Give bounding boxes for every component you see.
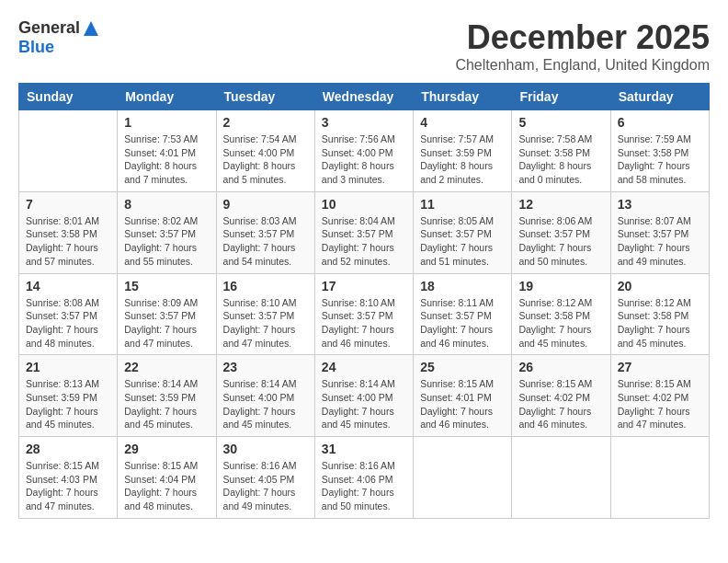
table-row: 2Sunrise: 7:54 AM Sunset: 4:00 PM Daylig…: [216, 110, 314, 192]
day-number: 30: [223, 442, 308, 456]
day-info: Sunrise: 7:59 AM Sunset: 3:58 PM Dayligh…: [618, 132, 702, 187]
calendar-header-row: Sunday Monday Tuesday Wednesday Thursday…: [19, 84, 710, 110]
table-row: [512, 437, 610, 519]
table-row: 18Sunrise: 8:11 AM Sunset: 3:57 PM Dayli…: [414, 273, 512, 355]
day-info: Sunrise: 8:14 AM Sunset: 4:00 PM Dayligh…: [223, 377, 308, 431]
table-row: [19, 110, 118, 192]
table-row: 12Sunrise: 8:06 AM Sunset: 3:57 PM Dayli…: [512, 191, 610, 273]
day-number: 23: [223, 360, 308, 374]
day-info: Sunrise: 7:53 AM Sunset: 4:01 PM Dayligh…: [124, 132, 209, 187]
page-header: General Blue December 2025 Cheltenham, E…: [18, 18, 710, 74]
day-number: 8: [124, 197, 209, 212]
day-number: 20: [618, 279, 702, 293]
col-sunday: Sunday: [19, 84, 118, 110]
table-row: 4Sunrise: 7:57 AM Sunset: 3:59 PM Daylig…: [414, 110, 512, 192]
location-text: Cheltenham, England, United Kingdom: [455, 57, 710, 74]
col-wednesday: Wednesday: [314, 84, 413, 110]
day-info: Sunrise: 8:11 AM Sunset: 3:57 PM Dayligh…: [420, 296, 505, 350]
col-monday: Monday: [118, 84, 216, 110]
day-number: 14: [26, 279, 110, 293]
col-saturday: Saturday: [610, 84, 709, 110]
logo: General Blue: [18, 18, 100, 57]
table-row: 25Sunrise: 8:15 AM Sunset: 4:01 PM Dayli…: [414, 355, 512, 437]
day-info: Sunrise: 7:58 AM Sunset: 3:58 PM Dayligh…: [518, 132, 603, 187]
day-number: 31: [322, 442, 406, 456]
table-row: 27Sunrise: 8:15 AM Sunset: 4:02 PM Dayli…: [610, 355, 709, 437]
day-number: 5: [518, 115, 603, 130]
day-number: 3: [322, 115, 406, 130]
day-number: 15: [124, 279, 209, 293]
day-info: Sunrise: 8:10 AM Sunset: 3:57 PM Dayligh…: [322, 296, 406, 350]
table-row: 7Sunrise: 8:01 AM Sunset: 3:58 PM Daylig…: [19, 191, 118, 273]
day-number: 11: [420, 197, 505, 212]
day-info: Sunrise: 7:57 AM Sunset: 3:59 PM Dayligh…: [420, 132, 505, 187]
day-number: 24: [322, 360, 406, 374]
table-row: 16Sunrise: 8:10 AM Sunset: 3:57 PM Dayli…: [216, 273, 314, 355]
day-info: Sunrise: 8:15 AM Sunset: 4:02 PM Dayligh…: [518, 377, 603, 431]
day-number: 6: [618, 115, 702, 130]
table-row: 20Sunrise: 8:12 AM Sunset: 3:58 PM Dayli…: [610, 273, 709, 355]
month-title: December 2025: [455, 18, 710, 57]
day-number: 10: [322, 197, 406, 212]
logo-blue-text: Blue: [18, 38, 54, 57]
day-info: Sunrise: 8:03 AM Sunset: 3:57 PM Dayligh…: [223, 214, 308, 269]
table-row: 8Sunrise: 8:02 AM Sunset: 3:57 PM Daylig…: [118, 191, 216, 273]
calendar-week-row: 28Sunrise: 8:15 AM Sunset: 4:03 PM Dayli…: [19, 437, 710, 519]
day-info: Sunrise: 7:56 AM Sunset: 4:00 PM Dayligh…: [322, 132, 406, 187]
col-thursday: Thursday: [414, 84, 512, 110]
day-info: Sunrise: 8:06 AM Sunset: 3:57 PM Dayligh…: [518, 214, 603, 269]
day-number: 7: [26, 197, 110, 212]
day-number: 19: [518, 279, 603, 293]
calendar-week-row: 14Sunrise: 8:08 AM Sunset: 3:57 PM Dayli…: [19, 273, 710, 355]
table-row: 31Sunrise: 8:16 AM Sunset: 4:06 PM Dayli…: [314, 437, 413, 519]
day-number: 26: [518, 360, 603, 374]
table-row: 19Sunrise: 8:12 AM Sunset: 3:58 PM Dayli…: [512, 273, 610, 355]
day-info: Sunrise: 8:15 AM Sunset: 4:01 PM Dayligh…: [420, 377, 505, 431]
day-info: Sunrise: 8:15 AM Sunset: 4:04 PM Dayligh…: [124, 459, 209, 513]
day-number: 28: [26, 442, 110, 456]
day-info: Sunrise: 8:05 AM Sunset: 3:57 PM Dayligh…: [420, 214, 505, 269]
table-row: [610, 437, 709, 519]
col-tuesday: Tuesday: [216, 84, 314, 110]
day-info: Sunrise: 8:08 AM Sunset: 3:57 PM Dayligh…: [26, 296, 110, 350]
day-info: Sunrise: 8:15 AM Sunset: 4:03 PM Dayligh…: [26, 459, 110, 513]
table-row: 28Sunrise: 8:15 AM Sunset: 4:03 PM Dayli…: [19, 437, 118, 519]
day-number: 17: [322, 279, 406, 293]
day-info: Sunrise: 8:07 AM Sunset: 3:57 PM Dayligh…: [618, 214, 702, 269]
day-info: Sunrise: 8:04 AM Sunset: 3:57 PM Dayligh…: [322, 214, 406, 269]
day-info: Sunrise: 8:14 AM Sunset: 4:00 PM Dayligh…: [322, 377, 406, 431]
logo-icon: [82, 19, 100, 38]
table-row: 22Sunrise: 8:14 AM Sunset: 3:59 PM Dayli…: [118, 355, 216, 437]
table-row: 14Sunrise: 8:08 AM Sunset: 3:57 PM Dayli…: [19, 273, 118, 355]
day-number: 27: [618, 360, 702, 374]
svg-marker-0: [84, 21, 98, 36]
day-info: Sunrise: 8:12 AM Sunset: 3:58 PM Dayligh…: [518, 296, 603, 350]
day-number: 18: [420, 279, 505, 293]
day-number: 29: [124, 442, 209, 456]
day-number: 13: [618, 197, 702, 212]
calendar-week-row: 1Sunrise: 7:53 AM Sunset: 4:01 PM Daylig…: [19, 110, 710, 192]
day-number: 9: [223, 197, 308, 212]
day-info: Sunrise: 8:09 AM Sunset: 3:57 PM Dayligh…: [124, 296, 209, 350]
col-friday: Friday: [512, 84, 610, 110]
day-number: 25: [420, 360, 505, 374]
table-row: 13Sunrise: 8:07 AM Sunset: 3:57 PM Dayli…: [610, 191, 709, 273]
table-row: 30Sunrise: 8:16 AM Sunset: 4:05 PM Dayli…: [216, 437, 314, 519]
table-row: 11Sunrise: 8:05 AM Sunset: 3:57 PM Dayli…: [414, 191, 512, 273]
table-row: 3Sunrise: 7:56 AM Sunset: 4:00 PM Daylig…: [314, 110, 413, 192]
table-row: 9Sunrise: 8:03 AM Sunset: 3:57 PM Daylig…: [216, 191, 314, 273]
day-number: 22: [124, 360, 209, 374]
day-number: 4: [420, 115, 505, 130]
day-info: Sunrise: 8:16 AM Sunset: 4:06 PM Dayligh…: [322, 459, 406, 513]
calendar-table: Sunday Monday Tuesday Wednesday Thursday…: [18, 83, 710, 519]
title-section: December 2025 Cheltenham, England, Unite…: [455, 18, 710, 74]
table-row: 26Sunrise: 8:15 AM Sunset: 4:02 PM Dayli…: [512, 355, 610, 437]
day-info: Sunrise: 8:13 AM Sunset: 3:59 PM Dayligh…: [26, 377, 110, 431]
calendar-week-row: 7Sunrise: 8:01 AM Sunset: 3:58 PM Daylig…: [19, 191, 710, 273]
table-row: [414, 437, 512, 519]
table-row: 5Sunrise: 7:58 AM Sunset: 3:58 PM Daylig…: [512, 110, 610, 192]
day-info: Sunrise: 8:10 AM Sunset: 3:57 PM Dayligh…: [223, 296, 308, 350]
table-row: 24Sunrise: 8:14 AM Sunset: 4:00 PM Dayli…: [314, 355, 413, 437]
day-number: 21: [26, 360, 110, 374]
day-info: Sunrise: 8:15 AM Sunset: 4:02 PM Dayligh…: [618, 377, 702, 431]
